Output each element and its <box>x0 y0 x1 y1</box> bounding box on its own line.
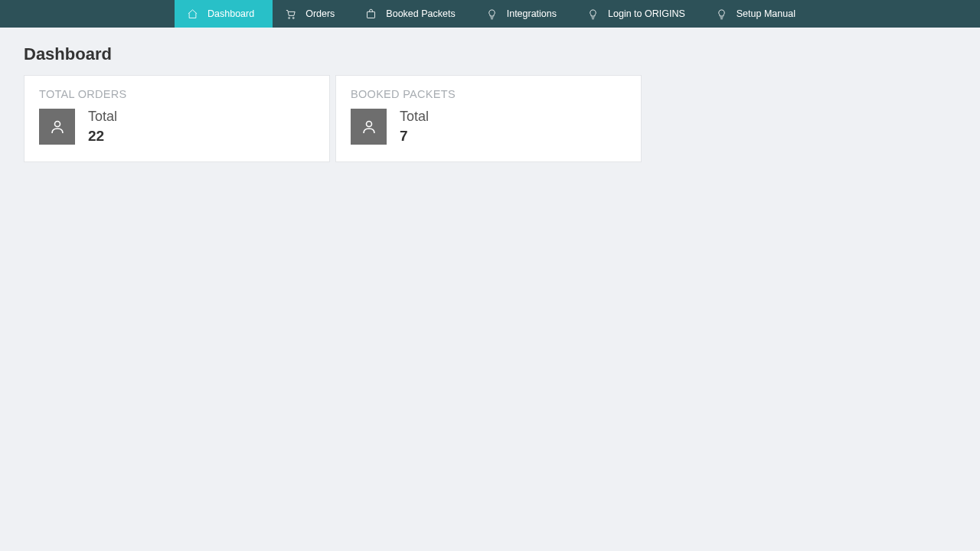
nav-label: Orders <box>305 8 335 19</box>
card-body: Total 22 <box>39 109 315 145</box>
card-label: Total <box>88 109 117 125</box>
nav-label: Booked Packets <box>386 8 455 19</box>
top-nav: Dashboard Orders Booked Packets Integrat… <box>0 0 980 28</box>
bag-icon <box>365 8 377 20</box>
nav-item-orders[interactable]: Orders <box>273 0 353 28</box>
card-title: TOTAL ORDERS <box>39 88 315 100</box>
cards-row: TOTAL ORDERS Total 22 BOOKED PACKETS Tot… <box>24 75 956 162</box>
page-title: Dashboard <box>24 44 956 64</box>
nav-item-setup-manual[interactable]: Setup Manual <box>704 0 814 28</box>
nav-label: Setup Manual <box>737 8 795 19</box>
svg-point-0 <box>289 17 290 18</box>
bulb-icon <box>486 8 498 20</box>
card-total-orders: TOTAL ORDERS Total 22 <box>24 75 330 162</box>
card-label: Total <box>400 109 429 125</box>
card-text: Total 22 <box>88 109 117 145</box>
main-content: Dashboard TOTAL ORDERS Total 22 BOOKED P… <box>0 28 980 179</box>
nav-item-booked-packets[interactable]: Booked Packets <box>353 0 473 28</box>
nav-label: Login to ORIGINS <box>608 8 685 19</box>
bulb-icon <box>587 8 599 20</box>
person-icon <box>351 109 387 145</box>
nav-item-login-origins[interactable]: Login to ORIGINS <box>575 0 704 28</box>
nav-item-integrations[interactable]: Integrations <box>474 0 575 28</box>
card-body: Total 7 <box>351 109 626 145</box>
svg-rect-2 <box>368 11 375 18</box>
card-booked-packets: BOOKED PACKETS Total 7 <box>335 75 642 162</box>
cart-icon <box>285 8 296 20</box>
nav-item-dashboard[interactable]: Dashboard <box>175 0 273 28</box>
bulb-icon <box>716 8 727 20</box>
card-title: BOOKED PACKETS <box>351 88 626 100</box>
svg-point-3 <box>54 121 60 126</box>
card-value: 22 <box>88 128 117 145</box>
nav-label: Dashboard <box>207 8 254 19</box>
nav-label: Integrations <box>507 8 557 19</box>
svg-point-1 <box>292 17 294 18</box>
card-value: 7 <box>400 128 429 145</box>
svg-point-4 <box>366 121 371 126</box>
home-icon <box>187 8 198 20</box>
card-text: Total 7 <box>400 109 429 145</box>
person-icon <box>39 109 75 145</box>
